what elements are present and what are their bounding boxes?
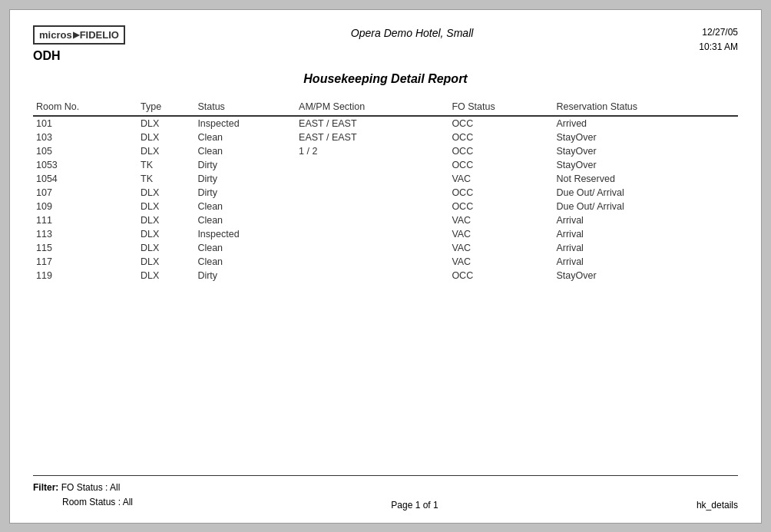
cell-fo: OCC (448, 186, 553, 200)
cell-section (296, 213, 448, 227)
cell-reservation: StayOver (553, 158, 738, 172)
cell-reservation: Due Out/ Arrival (553, 186, 738, 200)
logo: micros▶FIDELIO (33, 25, 125, 45)
cell-section (296, 186, 448, 200)
cell-section: 1 / 2 (296, 144, 448, 158)
table-row: 119DLXDirtyOCCStayOver (33, 269, 738, 283)
cell-room: 109 (33, 200, 137, 213)
cell-fo: VAC (448, 227, 553, 241)
cell-reservation: Not Reserved (553, 172, 738, 186)
cell-status: Dirty (194, 186, 296, 200)
cell-fo: VAC (448, 213, 553, 227)
footer: Filter: FO Status : All Room Status : Al… (33, 475, 738, 510)
col-fo-status: FO Status (448, 100, 553, 116)
date: 12/27/05 (699, 25, 738, 40)
odh-label: ODH (33, 49, 125, 63)
cell-room: 107 (33, 186, 137, 200)
table-row: 1054TKDirtyVACNot Reserved (33, 172, 738, 186)
table-row: 1053TKDirtyOCCStayOver (33, 158, 738, 172)
cell-status: Inspected (194, 116, 296, 131)
cell-type: DLX (137, 255, 194, 269)
cell-room: 1054 (33, 172, 137, 186)
cell-fo: VAC (448, 255, 553, 269)
table-row: 113DLXInspectedVACArrival (33, 227, 738, 241)
housekeeping-table: Room No. Type Status AM/PM Section FO St… (33, 100, 738, 283)
table-header: Room No. Type Status AM/PM Section FO St… (33, 100, 738, 116)
cell-reservation: Arrival (553, 227, 738, 241)
cell-fo: OCC (448, 131, 553, 144)
logo-fidelio: FIDELIO (80, 29, 119, 41)
cell-type: DLX (137, 241, 194, 255)
cell-status: Clean (194, 255, 296, 269)
col-section: AM/PM Section (296, 100, 448, 116)
cell-section (296, 158, 448, 172)
filter-info: Filter: FO Status : All Room Status : Al… (33, 481, 133, 510)
cell-room: 115 (33, 241, 137, 255)
cell-section (296, 172, 448, 186)
cell-type: TK (137, 172, 194, 186)
cell-section: EAST / EAST (296, 116, 448, 131)
cell-section (296, 227, 448, 241)
cell-fo: OCC (448, 158, 553, 172)
cell-status: Clean (194, 131, 296, 144)
date-time: 12/27/05 10:31 AM (699, 25, 738, 55)
cell-status: Clean (194, 241, 296, 255)
report-title: Housekeeping Detail Report (33, 72, 738, 86)
cell-section (296, 255, 448, 269)
cell-type: TK (137, 158, 194, 172)
cell-room: 101 (33, 116, 137, 131)
time: 10:31 AM (699, 40, 738, 55)
cell-reservation: StayOver (553, 131, 738, 144)
filter-room-value: Room Status : All (62, 497, 133, 507)
table-body: 101DLXInspectedEAST / EASTOCCArrived103D… (33, 116, 738, 283)
cell-type: DLX (137, 269, 194, 283)
cell-reservation: StayOver (553, 269, 738, 283)
cell-reservation: Arrived (553, 116, 738, 131)
col-reservation-status: Reservation Status (553, 100, 738, 116)
cell-section (296, 241, 448, 255)
cell-status: Dirty (194, 172, 296, 186)
table-row: 117DLXCleanVACArrival (33, 255, 738, 269)
cell-section (296, 269, 448, 283)
cell-room: 103 (33, 131, 137, 144)
cell-reservation: StayOver (553, 144, 738, 158)
table-row: 115DLXCleanVACArrival (33, 241, 738, 255)
cell-type: DLX (137, 131, 194, 144)
cell-fo: VAC (448, 172, 553, 186)
logo-arrow: ▶ (73, 30, 79, 40)
filter-fo-line: Filter: FO Status : All (33, 481, 133, 495)
cell-status: Inspected (194, 227, 296, 241)
col-room-no: Room No. (33, 100, 137, 116)
cell-reservation: Arrival (553, 255, 738, 269)
cell-status: Dirty (194, 269, 296, 283)
table-row: 111DLXCleanVACArrival (33, 213, 738, 227)
page-info: Page 1 of 1 (391, 500, 438, 511)
col-status: Status (194, 100, 296, 116)
cell-section: EAST / EAST (296, 131, 448, 144)
cell-reservation: Arrival (553, 241, 738, 255)
cell-room: 1053 (33, 158, 137, 172)
cell-type: DLX (137, 200, 194, 213)
table-row: 101DLXInspectedEAST / EASTOCCArrived (33, 116, 738, 131)
data-table-container: Room No. Type Status AM/PM Section FO St… (33, 100, 738, 283)
cell-type: DLX (137, 144, 194, 158)
cell-fo: OCC (448, 116, 553, 131)
table-row: 109DLXCleanOCCDue Out/ Arrival (33, 200, 738, 213)
cell-room: 105 (33, 144, 137, 158)
cell-type: DLX (137, 186, 194, 200)
table-row: 105DLXClean1 / 2OCCStayOver (33, 144, 738, 158)
filter-label: Filter: (33, 482, 58, 493)
table-row: 103DLXCleanEAST / EASTOCCStayOver (33, 131, 738, 144)
cell-type: DLX (137, 227, 194, 241)
cell-section (296, 200, 448, 213)
hotel-name: Opera Demo Hotel, Small (125, 27, 699, 39)
cell-fo: OCC (448, 269, 553, 283)
table-row: 107DLXDirtyOCCDue Out/ Arrival (33, 186, 738, 200)
cell-room: 117 (33, 255, 137, 269)
cell-reservation: Due Out/ Arrival (553, 200, 738, 213)
cell-fo: OCC (448, 200, 553, 213)
col-type: Type (137, 100, 194, 116)
cell-status: Clean (194, 213, 296, 227)
cell-room: 111 (33, 213, 137, 227)
cell-reservation: Arrival (553, 213, 738, 227)
